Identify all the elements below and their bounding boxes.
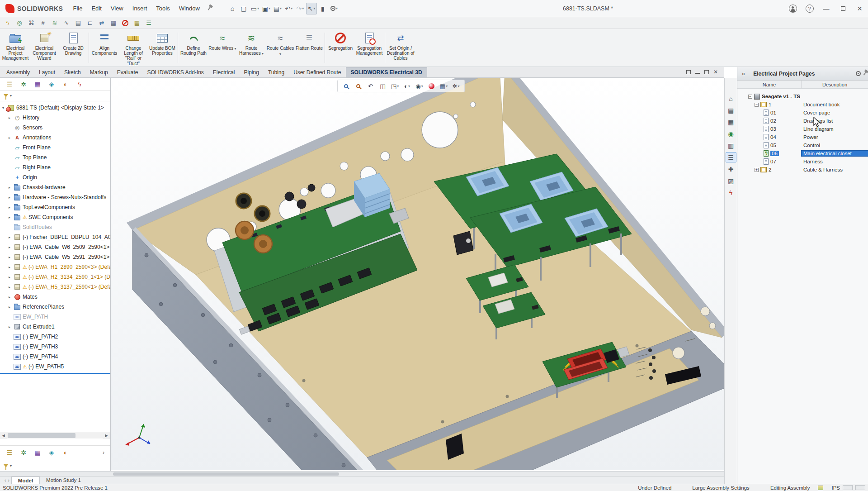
- save-icon[interactable]: ▣▾: [261, 3, 272, 14]
- dimxpertmanager-icon[interactable]: ◈: [47, 448, 56, 457]
- displaymanager-icon[interactable]: ◐: [61, 80, 70, 88]
- collapse-node-icon[interactable]: [755, 103, 759, 107]
- more-tabs-icon[interactable]: ›: [103, 449, 104, 456]
- route-wires-button[interactable]: ≈ Route Wires: [208, 29, 237, 67]
- tab-evaluate[interactable]: Evaluate: [113, 67, 143, 77]
- tree-item-ew-path3[interactable]: (-) EW_PATH3: [0, 342, 110, 352]
- propertymanager-icon[interactable]: ✲: [19, 448, 28, 457]
- featuremanager-tree-icon[interactable]: ☰: [5, 80, 14, 88]
- graphics-viewport[interactable]: ↶ ◫ ◳▾ ◐▾ ◉▾ ▦▾ ✲▾: [111, 78, 724, 470]
- menu-edit[interactable]: Edit: [87, 0, 106, 17]
- define-routing-path-button[interactable]: Define Routing Path: [179, 29, 208, 67]
- tree-item-top-plane[interactable]: Top Plane: [0, 153, 110, 162]
- featuremanager-tree-icon[interactable]: ☰: [5, 448, 14, 457]
- connector-icon[interactable]: ⊏: [85, 18, 95, 28]
- tree-item-front-plane[interactable]: Front Plane: [0, 143, 110, 153]
- tab-tubing[interactable]: Tubing: [264, 67, 289, 77]
- view-settings-icon[interactable]: ✲▾: [450, 81, 462, 91]
- tree-item-ew-path[interactable]: EW_PATH: [0, 312, 110, 322]
- tab-sketch[interactable]: Sketch: [60, 67, 85, 77]
- pin-panel-icon[interactable]: [863, 72, 867, 76]
- tab-motion-study-1[interactable]: Motion Study 1: [40, 477, 87, 484]
- configurationmanager-icon[interactable]: ▦: [33, 448, 42, 457]
- undo-icon[interactable]: ↶▾: [283, 3, 294, 14]
- menu-window[interactable]: Window: [175, 0, 204, 17]
- create-2d-drawing-button[interactable]: Create 2D Drawing: [59, 29, 88, 67]
- doc-close-icon[interactable]: ✕: [713, 70, 718, 74]
- electrical-manager-icon[interactable]: ϟ: [726, 187, 736, 198]
- book-row[interactable]: 1 Document book: [737, 100, 868, 109]
- tab-nav-icons[interactable]: ‹ ›: [3, 477, 11, 484]
- doc-minimize-icon[interactable]: [695, 71, 700, 74]
- electrical-project-management-button[interactable]: Electrical Project Management: [1, 29, 30, 67]
- tab-layout[interactable]: Layout: [34, 67, 60, 77]
- tree-item-ew-path5[interactable]: (-) EW_PATH5: [0, 362, 110, 372]
- terminal-strip-icon[interactable]: ▤: [73, 18, 84, 28]
- components-icon[interactable]: ▦: [726, 117, 736, 127]
- tree-item-ew-path2[interactable]: (-) EW_PATH2: [0, 332, 110, 342]
- displaymanager-icon[interactable]: ◐: [61, 448, 70, 457]
- tree-item-annotations[interactable]: Annotations: [0, 133, 110, 143]
- web-catalog-icon[interactable]: ◉: [726, 129, 736, 139]
- menu-file[interactable]: File: [68, 0, 87, 17]
- tree-item-origin[interactable]: Origin: [0, 172, 110, 182]
- scroll-right-icon[interactable]: ▶: [103, 432, 110, 439]
- documents-icon[interactable]: ▤: [726, 105, 736, 115]
- open-icon[interactable]: ▭▾: [250, 3, 260, 14]
- swe-manager-icon[interactable]: ϟ: [75, 80, 84, 88]
- menu-view[interactable]: View: [106, 0, 128, 17]
- location-icon[interactable]: ◎: [14, 18, 25, 28]
- cable-icon[interactable]: ≋: [49, 18, 60, 28]
- tree-item-ewa-h5[interactable]: (-) EWA_H5_3137_2590<1> (Defau...: [0, 282, 110, 292]
- tree-filter-secondary[interactable]: ▾: [0, 460, 110, 471]
- menu-tools[interactable]: Tools: [151, 0, 174, 17]
- tab-piping[interactable]: Piping: [240, 67, 264, 77]
- tree-item-fischer[interactable]: (-) Fischer_DBPLE_DBPLU_104_A065-1...: [0, 232, 110, 242]
- symbols-icon[interactable]: ⌘: [26, 18, 37, 28]
- tree-item-root[interactable]: 6881-TS (Default) <Display State-1>: [0, 103, 110, 113]
- project-root-row[interactable]: Seagate v1 - TS: [737, 92, 868, 100]
- electrical-properties-icon[interactable]: ϟ: [2, 18, 13, 28]
- tree-item-cut-extrude1[interactable]: Cut-Extrude1: [0, 322, 110, 332]
- tree-item-chassishardware[interactable]: ChassisHardware: [0, 182, 110, 192]
- page-row[interactable]: 04 Power: [737, 133, 868, 141]
- scrollbar-thumb[interactable]: [113, 472, 339, 476]
- tree-item-ewa-h2[interactable]: (-) EWA_H2_3134_2590_1<1> (Def...: [0, 272, 110, 282]
- tree-item-sensors[interactable]: Sensors: [0, 123, 110, 133]
- tab-assembly[interactable]: Assembly: [2, 67, 34, 77]
- gear-icon[interactable]: [856, 71, 861, 76]
- viewport-horizontal-scrollbar[interactable]: [0, 471, 724, 476]
- page-row[interactable]: 01 Cover page: [737, 109, 868, 117]
- tree-item-ewa-cable-w5[interactable]: (-) EWA_Cable_W5_2591_2590<1> (De...: [0, 252, 110, 262]
- user-account-icon[interactable]: [784, 0, 801, 17]
- doc-maximize-icon[interactable]: [704, 70, 709, 74]
- options-icon[interactable]: ▾: [329, 3, 340, 14]
- tab-markup[interactable]: Markup: [85, 67, 113, 77]
- column-name[interactable]: Name: [737, 81, 802, 88]
- propertymanager-icon[interactable]: ✲: [19, 80, 28, 88]
- dimxpertmanager-icon[interactable]: ◈: [47, 80, 56, 88]
- tree-horizontal-scrollbar[interactable]: ◀ ▶: [0, 432, 110, 439]
- hide-show-items-icon[interactable]: ◉▾: [414, 81, 425, 91]
- tree-item-ewa-h1[interactable]: (-) EWA_H1_2890_2590<3> (Defa...: [0, 262, 110, 272]
- menu-insert[interactable]: Insert: [128, 0, 152, 17]
- flatten-route-button[interactable]: ☰ Flatten Route: [295, 29, 324, 67]
- doc-restore-icon[interactable]: [686, 70, 691, 74]
- set-origin-destination-button[interactable]: ⇄ Set Origin / Destination of Cables: [386, 29, 415, 67]
- minimize-icon[interactable]: —: [818, 0, 835, 17]
- status-assembly-mode[interactable]: Large Assembly Settings: [692, 485, 750, 491]
- page-row[interactable]: 05 Control: [737, 141, 868, 149]
- harness-icon[interactable]: ∿: [61, 18, 72, 28]
- tree-item-ew-path4[interactable]: (-) EW_PATH4: [0, 352, 110, 362]
- status-units[interactable]: IPS: [831, 485, 840, 491]
- apply-scene-icon[interactable]: ▦▾: [438, 81, 449, 91]
- page-row[interactable]: 07 Harness: [737, 157, 868, 166]
- configurationmanager-icon[interactable]: ▦: [33, 80, 42, 88]
- tab-solidworks-electrical-3d[interactable]: SOLIDWORKS Electrical 3D: [346, 67, 427, 77]
- align-components-button[interactable]: Align Components: [90, 29, 119, 67]
- tree-item-hardware[interactable]: Hardware - Screws-Nuts-Standoffs: [0, 192, 110, 202]
- scroll-left-icon[interactable]: ◀: [0, 432, 7, 439]
- segregation-small-icon[interactable]: [120, 18, 131, 28]
- wire-numbering-icon[interactable]: #: [38, 18, 48, 28]
- tree-item-right-plane[interactable]: Right Plane: [0, 162, 110, 172]
